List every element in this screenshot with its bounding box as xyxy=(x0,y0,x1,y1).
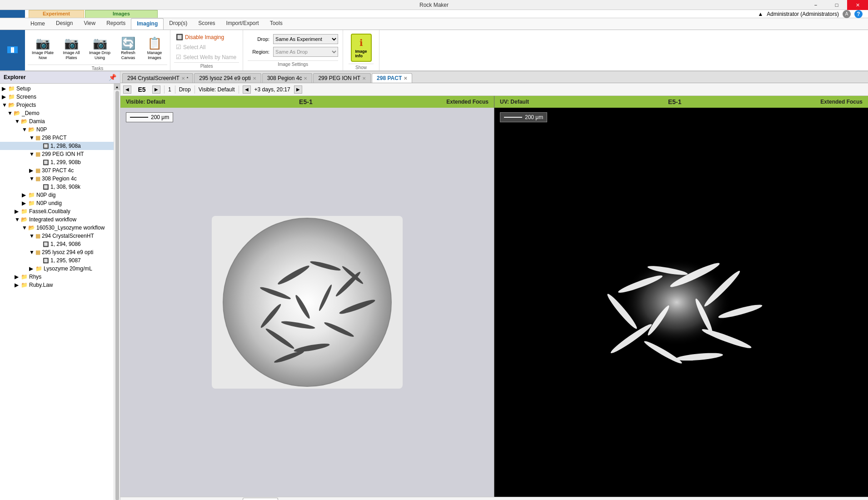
tab-drops[interactable]: Drop(s) xyxy=(164,18,193,30)
tree-item-n0p[interactable]: ▼ 📂 N0P xyxy=(0,125,114,134)
image-plate-now-button[interactable]: 📷 Image PlateNow xyxy=(28,32,58,65)
tree-toggle-n0pundig[interactable]: ▶ xyxy=(22,200,28,206)
tree-item-1-295-9087[interactable]: 🔲 1, 295, 9087 xyxy=(0,256,114,265)
tree-item-307pact4c[interactable]: ▶ ▦ 307 PACT 4c xyxy=(0,166,114,175)
tree-item-294crystalscreen[interactable]: ▼ ▦ 294 CrystalScreenHT xyxy=(0,232,114,240)
tree-item-projects[interactable]: ▼ 📂 Projects xyxy=(0,101,114,109)
tree-toggle-308pegion[interactable]: ▼ xyxy=(29,175,35,182)
doc-tab-308[interactable]: 308 Pegion 4c ✕ xyxy=(262,73,313,83)
bottom-tab-drop[interactable]: Drop xyxy=(219,498,243,500)
tree-item-1-299-908b[interactable]: 🔲 1, 299, 908b xyxy=(0,158,114,166)
image-info-button[interactable]: ℹ ImageInfo xyxy=(351,34,372,62)
app-icon[interactable]: ▐▌ xyxy=(0,30,25,70)
disable-imaging-button[interactable]: 🔲 Disable Imaging xyxy=(174,33,239,41)
prev-well-button[interactable]: ◀ xyxy=(123,85,131,94)
doc-tab-298-close[interactable]: ✕ xyxy=(404,76,407,81)
tree-item-308pegion4c[interactable]: ▼ ▦ 308 Pegion 4c xyxy=(0,175,114,183)
tab-imaging[interactable]: Imaging xyxy=(131,18,164,30)
tab-tools[interactable]: Tools xyxy=(264,18,288,30)
drop-select[interactable]: Same As Experiment 1 2 xyxy=(273,34,338,44)
plate-icon-295: ▦ xyxy=(35,249,40,255)
tree-toggle-n0p[interactable]: ▼ xyxy=(22,126,28,133)
doc-tab-299[interactable]: 299 PEG ION HT ✕ xyxy=(313,73,371,83)
tree-item-rubylaw[interactable]: ▶ 📁 Ruby.Law xyxy=(0,281,114,289)
tree-toggle-307pact[interactable]: ▶ xyxy=(29,167,35,174)
tree-item-1-298-908a[interactable]: 🔲 1, 298, 908a xyxy=(0,142,114,150)
sidebar-scrollbar[interactable]: ▲ ▼ xyxy=(114,84,120,500)
bottom-tab-well[interactable]: Well xyxy=(196,498,219,500)
tree-toggle-rhys[interactable]: ▶ xyxy=(15,274,21,280)
tree-toggle-294[interactable]: ▼ xyxy=(29,233,35,239)
image-all-plates-button[interactable]: 📷 Image AllPlates xyxy=(59,32,84,65)
tree-toggle-projects[interactable]: ▼ xyxy=(2,102,8,108)
explorer-pin-icon[interactable]: 📌 xyxy=(109,74,116,81)
doc-tab-295-close[interactable]: ✕ xyxy=(253,76,256,81)
tab-scores[interactable]: Scores xyxy=(193,18,220,30)
doc-tab-294-close[interactable]: ✕ xyxy=(181,76,185,81)
select-wells-by-name-button[interactable]: ☑ Select Wells by Name xyxy=(174,53,239,61)
doc-tab-298[interactable]: 298 PACT ✕ xyxy=(372,73,412,83)
select-all-button[interactable]: ☑ Select All xyxy=(174,43,239,51)
close-button[interactable]: ✕ xyxy=(847,0,868,10)
bottom-tab-compare[interactable]: Compare xyxy=(243,498,278,500)
scrollbar-thumb[interactable] xyxy=(115,91,119,500)
tree-item-1-294-9086[interactable]: 🔲 1, 294, 9086 xyxy=(0,240,114,248)
tree-item-rhys[interactable]: ▶ 📁 Rhys xyxy=(0,273,114,281)
images-context-tab[interactable]: Images xyxy=(85,10,158,18)
next-well-button[interactable]: ▶ xyxy=(152,85,160,94)
tree-item-lysozyme-workflow[interactable]: ▼ 📂 160530_Lysozyme workflow xyxy=(0,224,114,232)
tab-reports[interactable]: Reports xyxy=(101,18,131,30)
scrollbar-up-button[interactable]: ▲ xyxy=(114,84,120,90)
tree-toggle-299peg[interactable]: ▼ xyxy=(29,151,35,157)
tree-item-299peg[interactable]: ▼ ▦ 299 PEG ION HT xyxy=(0,150,114,158)
tree-item-setup[interactable]: ▶ 📁 Setup xyxy=(0,85,114,93)
tree-item-demo[interactable]: ▼ 📂 _Demo xyxy=(0,109,114,117)
tree-toggle-n0pdig[interactable]: ▶ xyxy=(22,192,28,198)
minimize-button[interactable]: − xyxy=(805,0,826,10)
doc-tab-299-close[interactable]: ✕ xyxy=(362,76,366,81)
refresh-canvas-button[interactable]: 🔄 RefreshCanvas xyxy=(115,32,141,65)
prev-time-button[interactable]: ◀ xyxy=(243,85,251,94)
tab-importexport[interactable]: Import/Export xyxy=(221,18,264,30)
tree-toggle-lysozyme[interactable]: ▼ xyxy=(22,225,28,231)
next-time-button[interactable]: ▶ xyxy=(294,85,302,94)
bottom-tab-canvas[interactable]: ⊞ Canvas xyxy=(160,498,197,500)
tree-item-n0pundig[interactable]: ▶ 📁 N0P undig xyxy=(0,199,114,207)
tree-item-integrated-workflow[interactable]: ▼ 📂 Integrated workflow xyxy=(0,215,114,224)
maximize-button[interactable]: □ xyxy=(826,0,847,10)
tree-toggle-lys20mg[interactable]: ▶ xyxy=(29,265,35,272)
experiment-context-tab[interactable]: Experiment xyxy=(29,10,84,18)
tree-toggle-setup[interactable]: ▶ xyxy=(2,85,8,92)
doc-tab-308-close[interactable]: ✕ xyxy=(304,76,307,81)
tab-design[interactable]: Design xyxy=(50,18,78,30)
region-select[interactable]: Same As Drop xyxy=(273,47,338,57)
tree-item-screens[interactable]: ▶ 📁 Screens xyxy=(0,93,114,101)
doc-tab-294[interactable]: 294 CrystalScreenHT ✕ * xyxy=(122,73,193,83)
tree-item-295lysoz[interactable]: ▼ ▦ 295 lysoz 294 e9 opti xyxy=(0,248,114,256)
bottom-tab-experiment[interactable]: Experiment xyxy=(120,498,160,500)
tree-item-lysozyme20mg[interactable]: ▶ 📁 Lysozyme 20mg/mL xyxy=(0,265,114,273)
tree-item-damia[interactable]: ▼ 📂 Damia xyxy=(0,117,114,125)
tree-item-1-308-908k[interactable]: 🔲 1, 308, 908k xyxy=(0,183,114,191)
tree-item-298pact[interactable]: ▼ ▦ 298 PACT xyxy=(0,134,114,142)
window-controls: − □ ✕ xyxy=(805,0,868,10)
tree-toggle-demo[interactable]: ▼ xyxy=(7,110,14,116)
tree-toggle-295[interactable]: ▼ xyxy=(29,249,35,255)
folder-icon-fasseli: 📁 xyxy=(21,208,28,215)
tree-toggle-damia[interactable]: ▼ xyxy=(15,118,21,125)
tree-label-lysozyme20mg: Lysozyme 20mg/mL xyxy=(44,265,92,272)
doc-tab-295[interactable]: 295 lysoz 294 e9 opti ✕ xyxy=(194,73,261,83)
tree-item-fasseli[interactable]: ▶ 📁 Fasseli.Coulibaly xyxy=(0,207,114,215)
tree-label-rubylaw: Ruby.Law xyxy=(29,282,53,288)
tree-toggle-fasseli[interactable]: ▶ xyxy=(15,208,21,215)
tree-toggle-integrated[interactable]: ▼ xyxy=(15,216,21,223)
tree-toggle-rubylaw[interactable]: ▶ xyxy=(15,282,21,288)
tree-toggle-screens[interactable]: ▶ xyxy=(2,94,8,100)
tree-toggle-298pact[interactable]: ▼ xyxy=(29,135,35,141)
manage-images-button[interactable]: 📋 ManageImages xyxy=(142,32,167,65)
help-icon[interactable]: ? xyxy=(854,10,863,18)
tab-home[interactable]: Home xyxy=(25,18,50,29)
image-drop-using-button[interactable]: 📷 Image DropUsing xyxy=(85,32,115,65)
tab-view[interactable]: View xyxy=(78,18,101,30)
tree-item-n0pdig[interactable]: ▶ 📁 N0P dig xyxy=(0,191,114,199)
